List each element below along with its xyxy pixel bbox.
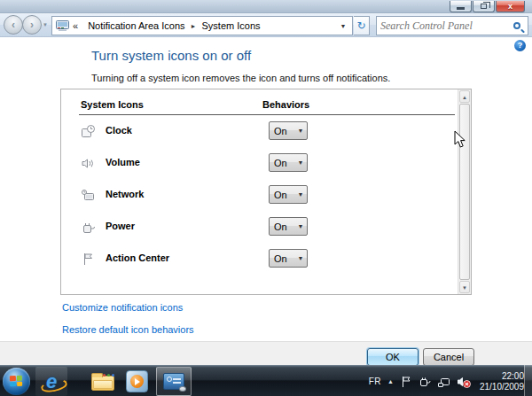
forward-button[interactable]: › (22, 15, 42, 35)
address-dropdown-icon[interactable]: ▼ (336, 23, 350, 29)
row-label: Network (106, 189, 144, 199)
taskbar-clock[interactable]: 22:00 21/10/2009 (480, 371, 524, 392)
minimize-button[interactable] (450, 1, 472, 12)
page-subtitle: Turning off a system icon removes the ic… (91, 73, 390, 83)
cancel-button[interactable]: Cancel (423, 348, 474, 366)
start-button[interactable] (3, 368, 30, 395)
volume-icon (81, 156, 96, 171)
chevron-down-icon: ▼ (294, 159, 307, 166)
power-icon (81, 220, 96, 235)
dropdown-value: On (270, 126, 294, 136)
clock-date: 21/10/2009 (480, 382, 524, 392)
behavior-dropdown-volume[interactable]: On ▼ (269, 153, 308, 172)
refresh-button[interactable]: ↻ (354, 16, 370, 35)
folder-icon (91, 376, 114, 391)
behavior-dropdown-network[interactable]: On ▼ (269, 185, 308, 204)
network-tray-icon[interactable] (437, 376, 450, 388)
behavior-dropdown-clock[interactable]: On ▼ (269, 121, 308, 140)
search-icon[interactable] (513, 22, 520, 29)
vertical-scrollbar[interactable]: ▲ ▼ (458, 89, 471, 294)
dropdown-value: On (270, 190, 294, 200)
recent-pages-chevron-icon[interactable]: ▼ (43, 22, 48, 27)
restore-button[interactable] (473, 1, 495, 12)
action-center-tray-icon[interactable] (400, 376, 412, 388)
mouse-cursor (454, 130, 466, 149)
clock-icon (81, 124, 96, 139)
back-button[interactable]: ‹ (4, 15, 23, 35)
chevron-down-icon: ▼ (294, 223, 307, 229)
table-row-power: Power On ▼ (61, 211, 458, 243)
table-row-clock: Clock On ▼ (61, 115, 458, 147)
behavior-dropdown-power[interactable]: On ▼ (269, 217, 308, 236)
dropdown-value: On (270, 253, 294, 264)
chevron-down-icon: ▼ (294, 128, 307, 134)
volume-muted-tray-icon[interactable] (457, 376, 471, 388)
system-icon-rows: Clock On ▼ Volume On ▼ (61, 115, 458, 275)
taskbar-internet-explorer-button[interactable]: e (35, 367, 67, 396)
address-bar[interactable]: « Notification Area Icons ► System Icons… (51, 16, 353, 35)
scroll-up-icon[interactable]: ▲ (459, 90, 470, 103)
chevron-down-icon: ▼ (294, 191, 307, 198)
row-label: Action Center (106, 252, 169, 263)
close-button[interactable]: x (496, 1, 525, 12)
ok-button[interactable]: OK (367, 348, 419, 366)
row-label: Volume (106, 157, 140, 167)
system-icons-panel: System Icons Behaviors Clock On ▼ (60, 89, 472, 295)
help-icon[interactable]: ? (514, 40, 526, 51)
restore-icon (481, 4, 487, 9)
internet-explorer-icon: e (46, 372, 57, 392)
action-center-flag-icon (81, 252, 96, 267)
language-indicator[interactable]: FR (369, 377, 381, 386)
page-title: Turn system icons on or off (91, 48, 251, 63)
column-header-behaviors: Behaviors (262, 99, 309, 110)
scroll-down-icon[interactable]: ▼ (459, 281, 470, 293)
breadcrumb-separator-icon[interactable]: ► (190, 23, 198, 29)
row-label: Clock (106, 125, 132, 136)
navigation-bar: ‹ › ▼ « Notification Area Icons ► System… (0, 13, 532, 37)
dropdown-value: On (270, 221, 294, 232)
table-row-network: Network On ▼ (61, 179, 458, 211)
show-desktop-button[interactable] (524, 365, 532, 396)
behavior-dropdown-action-center[interactable]: On ▼ (269, 249, 308, 268)
caption-buttons: x (449, 1, 525, 12)
chevron-down-icon: ▼ (294, 255, 307, 261)
network-icon (81, 188, 96, 203)
restore-default-icon-behaviors-link[interactable]: Restore default icon behaviors (62, 324, 194, 335)
media-player-icon (126, 370, 148, 392)
clock-time: 22:00 (480, 371, 524, 382)
control-panel-window-icon (163, 373, 184, 390)
power-tray-icon[interactable] (419, 376, 431, 388)
taskbar-control-panel-window-button[interactable] (156, 367, 192, 396)
windows-logo-icon (10, 376, 22, 386)
desktop: x ‹ › ▼ « Notification Area Icons ► Syst… (0, 0, 532, 396)
taskbar: e FR ▲ (0, 365, 532, 396)
show-hidden-icons-button[interactable]: ▲ (387, 378, 394, 384)
window-titlebar[interactable]: x (0, 0, 532, 13)
column-header-system-icons: System Icons (81, 99, 144, 110)
minimize-icon (457, 7, 465, 10)
row-label: Power (106, 221, 135, 231)
customize-notification-icons-link[interactable]: Customize notification icons (62, 302, 183, 313)
breadcrumb-item-notification-area-icons[interactable]: Notification Area Icons (83, 18, 189, 34)
table-row-action-center: Action Center On ▼ (61, 243, 458, 275)
dropdown-value: On (270, 158, 294, 168)
taskbar-media-player-button[interactable] (121, 367, 153, 396)
search-box (376, 16, 528, 35)
table-row-volume: Volume On ▼ (61, 147, 458, 179)
breadcrumb-item-system-icons[interactable]: System Icons (198, 18, 265, 34)
breadcrumb-overflow-button[interactable]: « (73, 20, 78, 31)
close-icon: x (508, 3, 512, 11)
taskbar-explorer-button[interactable] (87, 367, 119, 396)
search-input[interactable] (377, 19, 513, 33)
control-panel-icon (56, 20, 69, 31)
system-tray: FR ▲ 22:00 21/10/2009 (369, 366, 524, 396)
dialog-footer: OK Cancel (0, 341, 532, 365)
